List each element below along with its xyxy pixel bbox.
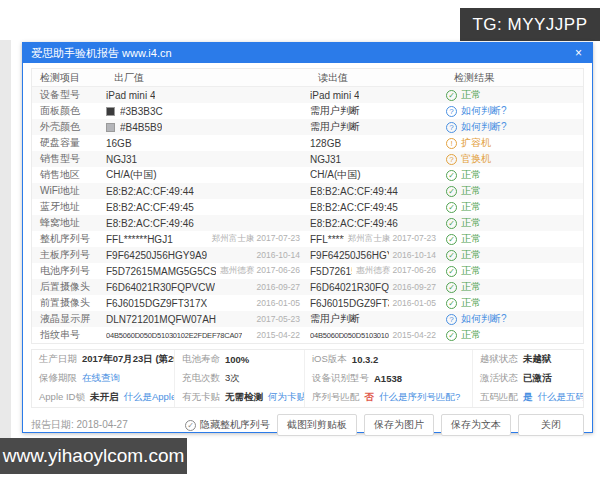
row-label: WiFi地址 — [32, 184, 106, 198]
result-text: 正常 — [461, 200, 481, 214]
row-label: 蓝牙地址 — [32, 200, 106, 214]
info-label: iOS版本 — [312, 353, 347, 366]
result-text: 正常 — [461, 184, 481, 198]
hide-serial-checkbox[interactable]: ✓ 隐藏整机序列号 — [185, 418, 270, 432]
info-label: 电池寿命 — [182, 353, 220, 366]
read-value-cell: NGJ31 — [310, 154, 446, 165]
info-item-charge-count: 充电次数 3次 — [174, 369, 304, 388]
factory-value-cell: F6D64021R30FQPVCW 2016-09-27 — [106, 282, 310, 293]
result-text: 如何判断? — [461, 120, 507, 134]
summary-panel: 生产日期 2017年07月23日 (第29周) 电池寿命 100% iOS版本 … — [31, 349, 584, 408]
result-cell[interactable]: ? 如何判断? — [446, 312, 583, 326]
verification-report-window: 爱思助手验机报告 www.i4.cn × 检测项目 出厂值 读出值 检测结果 设… — [22, 42, 593, 433]
info-value: A1538 — [374, 373, 402, 384]
read-note: 2016-09-27 — [389, 282, 436, 292]
read-value-cell: F6J6015DGZ9FT317X 2016-01-05 — [310, 298, 446, 309]
info-label: 五码匹配 — [480, 391, 518, 404]
info-item-device-model-id: 设备识别型号 A1538 — [304, 369, 472, 388]
info-help-link[interactable]: 什么是Apple ID锁? — [123, 391, 174, 404]
read-value-cell: F6D64021R30FQPVCW 2016-09-27 — [310, 282, 446, 293]
result-cell: ✓ 正常 — [446, 280, 583, 294]
result-status-icon: ✓ — [446, 234, 457, 245]
result-cell: ✓ 正常 — [446, 264, 583, 278]
factory-note: 2016-10-14 — [253, 250, 300, 260]
factory-value-cell: F5D72615MAMG5G5CS 惠州德赛 2017-06-26 — [106, 265, 310, 277]
save-as-text-button[interactable]: 保存为文本 — [441, 414, 511, 436]
factory-note: 2015-04-22 — [253, 330, 300, 340]
info-item-sim-patch: 有无卡贴 无需检测 何为卡贴、如何检测? — [174, 388, 304, 407]
info-help-link[interactable]: 何为卡贴、如何检测? — [268, 391, 304, 404]
result-cell: ✓ 正常 — [446, 232, 583, 246]
report-date: 报告日期: 2018-04-27 — [31, 418, 128, 432]
info-value[interactable]: 在线查询 — [82, 372, 120, 385]
result-cell: ? 官换机 — [446, 152, 583, 166]
result-cell[interactable]: ? 如何判断? — [446, 104, 583, 118]
info-help-link[interactable]: 什么是序列号匹配? — [379, 391, 460, 404]
info-label: 生产日期 — [39, 353, 77, 366]
factory-value-cell: #B4B5B9 — [106, 122, 310, 133]
factory-value-cell: iPad mini 4 — [106, 90, 310, 101]
screenshot-to-clipboard-button[interactable]: 截图到剪贴板 — [277, 414, 357, 436]
info-label: 越狱状态 — [480, 353, 518, 366]
result-cell[interactable]: ? 如何判断? — [446, 120, 583, 134]
info-item-serial-match: 序列号匹配 否 什么是序列号匹配? — [304, 388, 472, 407]
factory-value-cell: E8:B2:AC:CF:49:45 — [106, 202, 310, 213]
close-icon[interactable]: × — [573, 47, 584, 59]
read-value-cell: F9F64250J56HGY9A9 2016-10-14 — [310, 250, 446, 261]
result-status-icon: ✓ — [446, 170, 457, 181]
table-row: 液晶显示屏 DLN721201MQFW07AH 2017-05-23 需用户判断… — [32, 311, 583, 327]
header-factory-value: 出厂值 — [106, 71, 310, 85]
result-text: 扩容机 — [461, 136, 491, 150]
table-row: 主板序列号 F9F64250J56HGY9A9 2016-10-14 F9F64… — [32, 247, 583, 263]
factory-note: 2017-05-23 — [253, 314, 300, 324]
info-value: 2017年07月23日 (第29周) — [82, 353, 174, 366]
info-label: 设备识别型号 — [312, 372, 369, 385]
result-status-icon: ✓ — [446, 282, 457, 293]
result-status-icon: ✓ — [446, 250, 457, 261]
info-label: 保修期限 — [39, 372, 77, 385]
factory-value-cell: #3B3B3C — [106, 106, 310, 117]
info-value: 未开启 — [90, 391, 119, 404]
footer-buttons: 截图到剪贴板保存为图片保存为文本关闭 — [277, 414, 584, 436]
factory-value-cell: FFL******HGJ1 郑州富士康 2017-07-23 — [106, 233, 310, 245]
table-row: 硬盘容量 16GB 128GB ! 扩容机 — [32, 135, 583, 151]
row-label: 液晶显示屏 — [32, 312, 106, 326]
report-table: 检测项目 出厂值 读出值 检测结果 设备型号 iPad mini 4 iPad … — [31, 68, 584, 344]
read-note: 2016-10-14 — [389, 250, 436, 260]
info-label: 充电次数 — [182, 372, 220, 385]
result-status-icon: ✓ — [446, 202, 457, 213]
info-help-link[interactable]: 什么是五码匹配? — [538, 391, 584, 404]
result-cell: ✓ 正常 — [446, 296, 583, 310]
save-as-image-button[interactable]: 保存为图片 — [364, 414, 434, 436]
read-value-cell: 需用户判断 — [310, 120, 446, 134]
result-status-icon: ? — [446, 154, 457, 165]
factory-note: 2016-09-27 — [253, 282, 300, 292]
info-item-battery-life: 电池寿命 100% — [174, 350, 304, 369]
report-date-value: 2018-04-27 — [77, 419, 128, 430]
info-label: 序列号匹配 — [312, 391, 360, 404]
factory-value-cell: DLN721201MQFW07AH 2017-05-23 — [106, 314, 310, 325]
result-cell: ✓ 正常 — [446, 216, 583, 230]
read-value-cell: F5D72615MAMG5G5CS 惠州德赛 2017-06-26 — [310, 265, 446, 277]
info-item-activation-status: 激活状态 已激活 — [472, 369, 583, 388]
info-label: 激活状态 — [480, 372, 518, 385]
header-check-item: 检测项目 — [32, 71, 106, 85]
result-text: 正常 — [461, 168, 481, 182]
factory-value-cell: F9F64250J56HGY9A9 2016-10-14 — [106, 250, 310, 261]
factory-value-cell: E8:B2:AC:CF:49:44 — [106, 186, 310, 197]
row-label: 外壳颜色 — [32, 120, 106, 134]
info-value: 无需检测 — [225, 391, 263, 404]
factory-value-cell: CH/A(中国) — [106, 168, 310, 182]
table-row: 蜂窝地址 E8:B2:AC:CF:49:46 E8:B2:AC:CF:49:46… — [32, 215, 583, 231]
read-note: 2016-01-05 — [389, 298, 436, 308]
close-button[interactable]: 关闭 — [518, 414, 584, 436]
row-label: 面板颜色 — [32, 104, 106, 118]
result-text: 正常 — [461, 328, 481, 342]
table-row: WiFi地址 E8:B2:AC:CF:49:44 E8:B2:AC:CF:49:… — [32, 183, 583, 199]
result-cell: ✓ 正常 — [446, 328, 583, 342]
factory-note: 2016-01-05 — [253, 298, 300, 308]
row-label: 销售地区 — [32, 168, 106, 182]
footer-bar: 报告日期: 2018-04-27 ✓ 隐藏整机序列号 截图到剪贴板保存为图片保存… — [31, 414, 584, 436]
table-row: 蓝牙地址 E8:B2:AC:CF:49:45 E8:B2:AC:CF:49:45… — [32, 199, 583, 215]
read-value-cell: 需用户判断 — [310, 104, 446, 118]
